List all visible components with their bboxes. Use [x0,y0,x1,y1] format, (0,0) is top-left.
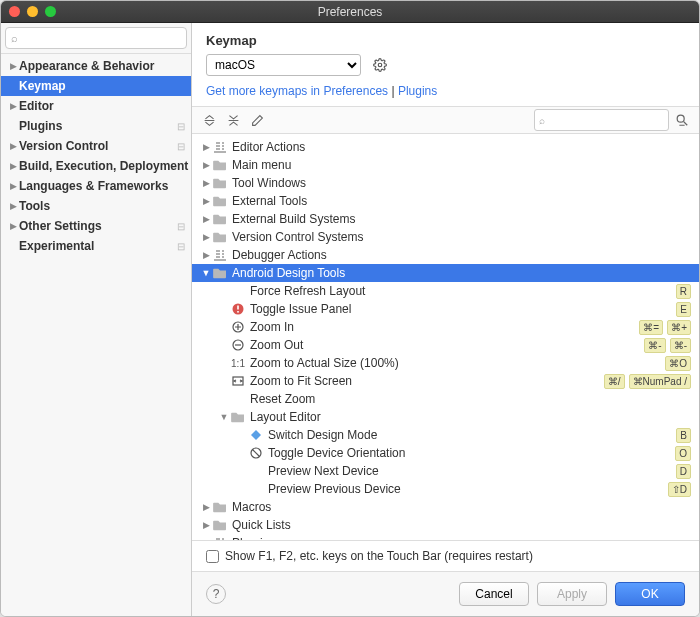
shortcut-keys: ⇧D [668,482,691,497]
shortcut-keys: ⌘/⌘NumPad / [604,374,691,389]
keyboard-shortcut: ⌘- [670,338,691,353]
warn-icon [230,302,246,316]
zoom-window-button[interactable] [45,6,56,17]
sidebar-item-experimental[interactable]: Experimental⊟ [1,236,191,256]
help-button[interactable]: ? [206,584,226,604]
close-window-button[interactable] [9,6,20,17]
bars-icon [212,248,228,262]
keymap-tree[interactable]: ▶Editor Actions▶Main menu▶Tool Windows▶E… [192,134,699,540]
shortcut-keys: ⌘O [665,356,691,371]
keymap-node[interactable]: ▼Layout Editor [192,408,699,426]
sidebar-item-version-control[interactable]: ▶Version Control⊟ [1,136,191,156]
project-scope-icon: ⊟ [177,121,185,132]
get-more-keymaps-link[interactable]: Get more keymaps in Preferences [206,84,388,98]
bars-icon [212,140,228,154]
keymap-node[interactable]: Zoom Out⌘-⌘- [192,336,699,354]
keymap-node[interactable]: Toggle Issue PanelE [192,300,699,318]
sidebar-item-appearance-behavior[interactable]: ▶Appearance & Behavior [1,56,191,76]
keyboard-shortcut: D [676,464,691,479]
svg-rect-3 [237,306,239,310]
folder-icon [212,266,228,280]
chevron-right-icon: ▶ [7,181,19,191]
project-scope-icon: ⊟ [177,241,185,252]
sidebar-item-tools[interactable]: ▶Tools [1,196,191,216]
keymap-node-label: Toggle Issue Panel [250,302,676,316]
minimize-window-button[interactable] [27,6,38,17]
touchbar-fn-checkbox[interactable] [206,550,219,563]
action-search-input[interactable] [534,109,669,131]
keyboard-shortcut: B [676,428,691,443]
search-icon: ⌕ [539,115,545,126]
sidebar-item-build-execution-deployment[interactable]: ▶Build, Execution, Deployment [1,156,191,176]
cancel-button[interactable]: Cancel [459,582,529,606]
svg-point-1 [677,115,684,122]
keymap-node[interactable]: Force Refresh LayoutR [192,282,699,300]
plus-icon [230,320,246,334]
sidebar-item-label: Plugins [19,119,62,133]
expand-all-button[interactable] [198,109,220,131]
keymap-node-label: Editor Actions [232,140,691,154]
find-by-shortcut-button[interactable] [671,109,693,131]
minus-icon [230,338,246,352]
fit-icon [230,374,246,388]
keymap-node[interactable]: ▶Debugger Actions [192,246,699,264]
chevron-right-icon: ▶ [7,201,19,211]
gear-icon[interactable] [369,54,391,76]
plugins-link[interactable]: Plugins [398,84,437,98]
folder-icon [212,158,228,172]
ok-button[interactable]: OK [615,582,685,606]
sidebar-item-label: Languages & Frameworks [19,179,168,193]
keyboard-shortcut: ⌘O [665,356,691,371]
apply-button[interactable]: Apply [537,582,607,606]
sidebar-item-label: Experimental [19,239,94,253]
chevron-right-icon: ▶ [200,520,212,530]
keymap-node[interactable]: ▶Quick Lists [192,516,699,534]
keymap-node[interactable]: ▶External Tools [192,192,699,210]
keymap-node-label: Toggle Device Orientation [268,446,675,460]
sidebar-item-languages-frameworks[interactable]: ▶Languages & Frameworks [1,176,191,196]
keymap-node[interactable]: Preview Next DeviceD [192,462,699,480]
sidebar-item-keymap[interactable]: Keymap [1,76,191,96]
shortcut-keys: ⌘-⌘- [644,338,691,353]
keymap-node-label: External Tools [232,194,691,208]
keymap-node[interactable]: Preview Previous Device⇧D [192,480,699,498]
keymap-node[interactable]: ▶Editor Actions [192,138,699,156]
keymap-node[interactable]: Zoom In⌘=⌘+ [192,318,699,336]
sidebar-item-other-settings[interactable]: ▶Other Settings⊟ [1,216,191,236]
chevron-right-icon: ▶ [200,196,212,206]
keymap-node-label: Quick Lists [232,518,691,532]
keymap-node[interactable]: ▶External Build Systems [192,210,699,228]
keymap-node[interactable]: ▶Tool Windows [192,174,699,192]
keymap-node[interactable]: ▶Main menu [192,156,699,174]
folder-icon [212,194,228,208]
chevron-right-icon: ▶ [7,141,19,151]
collapse-all-button[interactable] [222,109,244,131]
keymap-node[interactable]: ▶Macros [192,498,699,516]
keymap-scheme-select[interactable]: macOS [206,54,361,76]
chevron-right-icon: ▶ [200,214,212,224]
sidebar-item-label: Editor [19,99,54,113]
sidebar-tree: ▶Appearance & BehaviorKeymap▶EditorPlugi… [1,54,191,616]
keymap-node[interactable]: 1:1Zoom to Actual Size (100%)⌘O [192,354,699,372]
sidebar-search-input[interactable] [5,27,187,49]
page-title: Keymap [192,23,699,54]
preferences-window: Preferences ⌕ ▶Appearance & BehaviorKeym… [0,0,700,617]
keyboard-shortcut: E [676,302,691,317]
folder-icon [212,176,228,190]
sidebar-item-editor[interactable]: ▶Editor [1,96,191,116]
keymap-node[interactable]: Switch Design ModeB [192,426,699,444]
keymap-node[interactable]: Toggle Device OrientationO [192,444,699,462]
blank-icon [248,464,264,478]
edit-shortcut-button[interactable] [246,109,268,131]
keymap-node[interactable]: Reset Zoom [192,390,699,408]
keyboard-shortcut: ⌘+ [667,320,691,335]
keymap-node[interactable]: ▶Version Control Systems [192,228,699,246]
chevron-right-icon: ▶ [200,160,212,170]
keymap-node[interactable]: Zoom to Fit Screen⌘/⌘NumPad / [192,372,699,390]
keymap-node[interactable]: ▼Android Design Tools [192,264,699,282]
keymap-node-label: Zoom to Actual Size (100%) [250,356,665,370]
window-title: Preferences [1,5,699,19]
shortcut-keys: ⌘=⌘+ [639,320,691,335]
sidebar-item-plugins[interactable]: Plugins⊟ [1,116,191,136]
folder-icon [212,518,228,532]
